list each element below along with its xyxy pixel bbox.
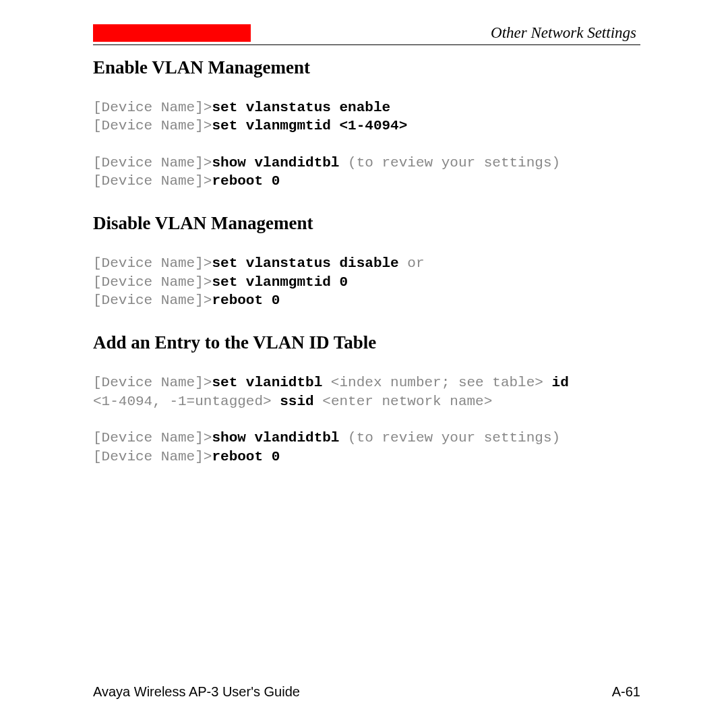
code-line-blank — [93, 135, 640, 154]
code-disable-vlan: [Device Name]>set vlanstatus disable or … — [93, 254, 640, 309]
code-add-vlan-entry: [Device Name]>set vlanidtbl <index numbe… — [93, 373, 640, 465]
command: show vlandidtbl — [212, 430, 339, 446]
code-line: [Device Name]>set vlanmgmtid <1-4094> — [93, 117, 640, 135]
code-line: [Device Name]>set vlanidtbl <index numbe… — [93, 373, 640, 392]
command: set vlanidtbl — [212, 375, 322, 390]
prompt: [Device Name]> — [93, 274, 212, 290]
prompt: [Device Name]> — [93, 293, 212, 308]
command: reboot 0 — [212, 173, 280, 189]
arg: <1-4094, -1=untagged> — [93, 394, 280, 409]
code-line: [Device Name]>set vlanstatus enable — [93, 98, 640, 117]
prompt: [Device Name]> — [93, 255, 212, 271]
footer-right: A-61 — [612, 684, 640, 700]
page-content: Other Network Settings Enable VLAN Manag… — [0, 0, 728, 466]
code-line: [Device Name]>reboot 0 — [93, 172, 640, 190]
prompt: [Device Name]> — [93, 100, 212, 115]
code-line: [Device Name]>show vlandidtbl (to review… — [93, 154, 640, 172]
arg: <enter network name> — [314, 394, 493, 409]
prompt: [Device Name]> — [93, 430, 212, 446]
note: (to review your settings) — [339, 430, 560, 446]
arg: <index number; see table> — [322, 375, 551, 390]
prompt: [Device Name]> — [93, 118, 212, 133]
prompt: [Device Name]> — [93, 449, 212, 464]
code-line: [Device Name]>set vlanstatus disable or — [93, 254, 640, 272]
prompt: [Device Name]> — [93, 155, 212, 171]
code-line: [Device Name]>set vlanmgmtid 0 — [93, 273, 640, 291]
command: set vlanstatus disable — [212, 255, 398, 271]
footer-left: Avaya Wireless AP-3 User's Guide — [93, 684, 300, 700]
heading-enable-vlan: Enable VLAN Management — [93, 57, 640, 78]
command: set vlanstatus enable — [212, 100, 390, 115]
code-line: [Device Name]>reboot 0 — [93, 448, 640, 466]
header-title: Other Network Settings — [251, 24, 640, 42]
code-line: <1-4094, -1=untagged> ssid <enter networ… — [93, 392, 640, 411]
code-line: [Device Name]>show vlandidtbl (to review… — [93, 429, 640, 447]
code-line: [Device Name]>reboot 0 — [93, 291, 640, 309]
suffix: or — [399, 255, 425, 271]
header-row: Other Network Settings — [93, 24, 640, 42]
command: set vlanmgmtid <1-4094> — [212, 118, 407, 133]
red-accent-bar — [93, 24, 251, 42]
code-enable-vlan: [Device Name]>set vlanstatus enable [Dev… — [93, 98, 640, 190]
command: reboot 0 — [212, 293, 280, 308]
heading-disable-vlan: Disable VLAN Management — [93, 213, 640, 234]
note: (to review your settings) — [339, 155, 560, 171]
heading-add-vlan-entry: Add an Entry to the VLAN ID Table — [93, 332, 640, 353]
command: reboot 0 — [212, 449, 280, 464]
command: set vlanmgmtid 0 — [212, 274, 348, 290]
header-divider — [93, 44, 640, 45]
prompt: [Device Name]> — [93, 375, 212, 390]
command: ssid — [280, 394, 313, 409]
command: id — [552, 375, 569, 390]
prompt: [Device Name]> — [93, 173, 212, 189]
code-line-blank — [93, 411, 640, 429]
command: show vlandidtbl — [212, 155, 339, 171]
page-footer: Avaya Wireless AP-3 User's Guide A-61 — [93, 684, 640, 700]
